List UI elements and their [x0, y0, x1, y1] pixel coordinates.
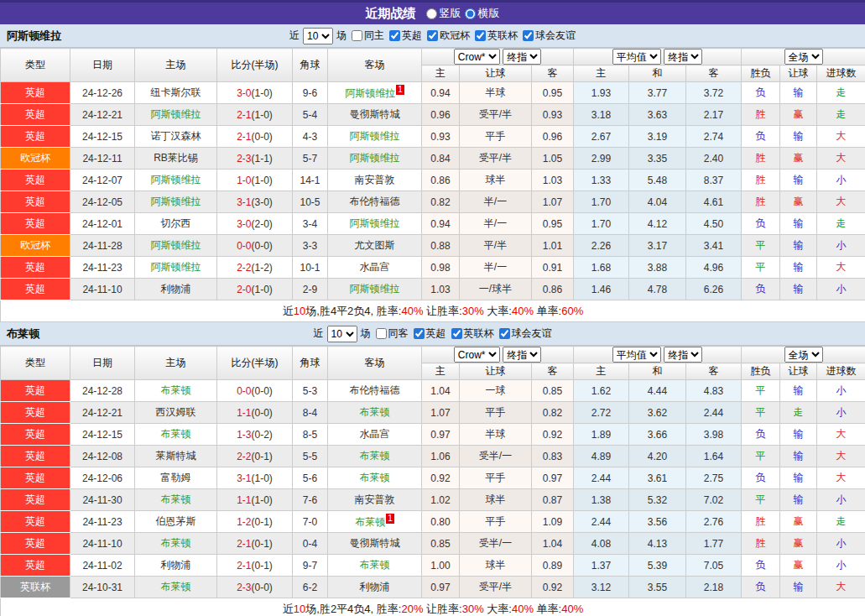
match-row: 英超24-12-06富勒姆3-1(1-0)5-6布莱顿0.92平手0.972.4… [1, 467, 865, 489]
avg-away-odds: 4.83 [686, 380, 742, 402]
avg-home-odds: 1.62 [574, 380, 629, 402]
league-label: 球会友谊 [535, 29, 576, 43]
handicap-away-odds: 0.96 [532, 126, 574, 148]
league-checkbox-球会友谊[interactable]: 球会友谊 [519, 29, 576, 43]
goals-result: 走 [817, 104, 865, 126]
handicap-home-odds: 1.04 [422, 380, 460, 402]
avg-away-odds: 1.64 [686, 446, 742, 467]
league-checkbox-英联杯[interactable]: 英联杯 [472, 29, 518, 43]
league-checkbox-欧冠杯[interactable]: 欧冠杯 [424, 29, 470, 43]
match-date: 24-10-31 [70, 577, 135, 598]
same-venue-checkbox[interactable]: 同主 [348, 29, 384, 43]
handicap-result: 走 [780, 402, 817, 424]
goals-result: 大 [817, 126, 865, 148]
average-select[interactable]: 平均值 [612, 347, 661, 363]
league-checkbox-input[interactable] [414, 328, 425, 339]
goals-result: 大 [817, 257, 865, 279]
layout-radio-horizontal[interactable]: 横版 [465, 6, 500, 21]
summary-stat-value: 60% [561, 305, 583, 317]
vertical-radio-input[interactable] [426, 8, 437, 19]
match-row: 英超24-12-28布莱顿0-0(0-0)5-3布伦特福德1.04一球0.851… [1, 380, 865, 402]
bookmaker-select[interactable]: Crow* [454, 347, 500, 363]
league-checkbox-英超[interactable]: 英超 [410, 326, 446, 341]
same-venue-checkbox-input[interactable] [376, 328, 387, 339]
bookmaker-select[interactable]: Crow* [454, 49, 500, 65]
avg-draw-odds: 5.32 [629, 489, 686, 511]
layout-radio-vertical[interactable]: 竖版 [426, 6, 461, 21]
fulltime-select[interactable]: 全场 [784, 347, 823, 363]
winlose-result: 负 [742, 577, 780, 598]
page-title: 近期战绩 [366, 6, 416, 22]
sub-col-header: 胜负 [742, 65, 780, 82]
match-date: 24-12-01 [70, 213, 135, 235]
fulltime-score: 1-2 [237, 516, 251, 528]
handicap-line: 半球 [460, 82, 532, 104]
recent-count-select[interactable]: 10 [327, 326, 357, 342]
match-row: 英超24-12-08莱斯特城2-2(0-1)5-5布莱顿1.06受半/一0.83… [1, 446, 865, 467]
fulltime-score: 2-2 [237, 262, 251, 274]
handicap-away-odds: 0.95 [532, 213, 574, 235]
winlose-result: 负 [742, 424, 780, 446]
corners-cell: 7-6 [293, 489, 328, 511]
col-header: 主场 [135, 347, 217, 380]
league-type-badge: 欧冠杯 [1, 235, 70, 257]
score-cell: 3-0(2-0) [217, 213, 293, 235]
handicap-away-odds: 0.89 [532, 555, 574, 577]
handicap-home-odds: 0.85 [422, 533, 460, 555]
average-select[interactable]: 平均值 [612, 49, 661, 65]
league-type-badge: 欧冠杯 [1, 148, 70, 170]
odds-stage-select[interactable]: 终指 [503, 49, 541, 65]
summary-stat-label: 单率: [534, 305, 561, 317]
summary-stat-label: 近 [283, 603, 294, 615]
summary-text: 近10场,胜2平4负4, 胜率:20% 让胜率:30% 大率:40% 单率:40… [1, 598, 865, 616]
away-team: 阿斯顿维拉1 [328, 82, 422, 104]
match-date: 24-12-21 [70, 104, 135, 126]
winlose-result: 胜 [742, 170, 780, 191]
league-checkbox-球会友谊[interactable]: 球会友谊 [496, 326, 552, 341]
horizontal-radio-input[interactable] [465, 8, 476, 19]
league-checkbox-input[interactable] [427, 30, 438, 41]
league-checkbox-input[interactable] [451, 328, 462, 339]
team-name: 阿斯顿维拉 [7, 24, 61, 48]
league-checkbox-input[interactable] [499, 328, 510, 339]
league-checkbox-英超[interactable]: 英超 [386, 29, 422, 43]
summary-stat-label: 大率: [484, 603, 512, 615]
summary-row: 近10场,胜4平2负4, 胜率:40% 让胜率:30% 大率:40% 单率:60… [1, 300, 865, 322]
odds-stage-select-2[interactable]: 终指 [664, 347, 702, 363]
league-label: 英联杯 [487, 29, 518, 43]
fulltime-select[interactable]: 全场 [784, 49, 823, 65]
odds-stage-select-2[interactable]: 终指 [664, 49, 702, 65]
handicap-home-odds: 1.02 [422, 489, 460, 511]
handicap-home-odds: 0.86 [422, 170, 460, 191]
same-venue-checkbox-input[interactable] [352, 30, 362, 41]
games-label: 场 [361, 326, 371, 341]
odds-stage-select[interactable]: 终指 [503, 347, 541, 363]
same-venue-checkbox[interactable]: 同客 [373, 326, 409, 341]
match-date: 24-11-28 [70, 235, 135, 257]
fulltime-score: 2-3 [237, 153, 251, 164]
recent-count-select[interactable]: 10 [303, 28, 333, 44]
away-team: 南安普敦 [328, 170, 422, 191]
summary-stat-label: 大率: [484, 305, 512, 317]
avg-away-odds: 8.37 [686, 170, 742, 191]
match-date: 24-12-05 [70, 191, 135, 213]
match-row: 英超24-11-30布莱顿1-1(1-0)7-6南安普敦1.02球半0.871.… [1, 489, 865, 511]
match-date: 24-11-02 [70, 555, 135, 577]
league-checkbox-英联杯[interactable]: 英联杯 [448, 326, 494, 341]
away-team: 阿斯顿维拉 [328, 148, 422, 170]
summary-text: 近10场,胜4平2负4, 胜率:40% 让胜率:30% 大率:40% 单率:60… [1, 300, 865, 322]
league-checkbox-input[interactable] [523, 30, 534, 41]
halftime-score: (2-0) [252, 218, 273, 230]
handicap-line: 平手 [460, 511, 532, 533]
col-header: 类型 [1, 49, 70, 82]
league-type-badge: 英超 [1, 104, 70, 126]
league-checkbox-input[interactable] [389, 30, 400, 41]
away-team: 阿斯顿维拉 [328, 213, 422, 235]
halftime-score: (1-1) [252, 153, 273, 164]
handicap-result: 赢 [780, 104, 817, 126]
halftime-score: (1-0) [252, 175, 273, 186]
league-checkbox-input[interactable] [475, 30, 486, 41]
match-row: 英超24-11-23伯恩茅斯1-2(0-1)7-0布莱顿10.80平手1.092… [1, 511, 865, 533]
avg-odds-header: 平均值 终指 [574, 49, 742, 65]
match-date: 24-11-30 [70, 489, 135, 511]
